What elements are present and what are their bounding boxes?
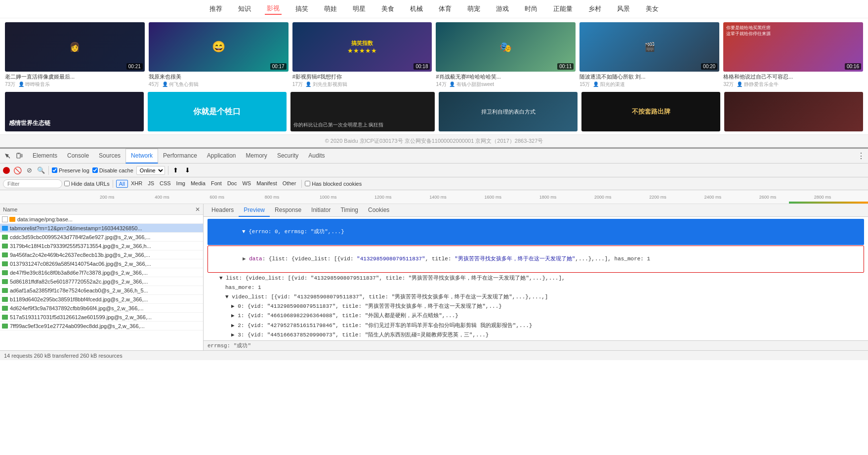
devtools-tab-memory[interactable]: Memory xyxy=(241,149,272,164)
nav-item-影视[interactable]: 影视 xyxy=(265,3,282,15)
throttle-select[interactable]: Online xyxy=(136,166,165,175)
nav-item-搞笑[interactable]: 搞笑 xyxy=(293,3,310,14)
request-item[interactable]: 3179b4c18f41cb79339f255f53713554.jpg@s_2… xyxy=(0,242,203,250)
import-icon[interactable]: ⬆ xyxy=(171,166,180,175)
page-footer: © 2020 Baidu 京ICP证030173号 京公网安备110000020… xyxy=(0,134,868,148)
video-card-1[interactable]: 😄 00:17 我原来也很美 45万 👤 何飞鱼心剪辑 xyxy=(149,22,289,88)
hide-data-urls-label[interactable]: Hide data URLs xyxy=(64,181,110,187)
has-blocked-label[interactable]: Has blocked cookies xyxy=(305,181,362,187)
filter-btn-font[interactable]: Font xyxy=(208,180,224,188)
disable-cache-checkbox[interactable] xyxy=(92,167,98,173)
filter-btn-img[interactable]: Img xyxy=(174,180,188,188)
json-data-row[interactable]: ▶ data: {list: {video_list: [{vid: "4132… xyxy=(207,246,864,273)
video-card-0[interactable]: 👩 00:21 老二婵一直活得像虞姬最后... 73万 👤 哗哗噪音乐 xyxy=(5,22,145,88)
json-line[interactable]: ▼ video_list: [{vid: "413298590807951183… xyxy=(207,292,864,302)
nav-item-萌宠[interactable]: 萌宠 xyxy=(465,3,482,14)
requests-list: data:image/png:base...tabmorelist?rn=12&… xyxy=(0,215,203,350)
nav-item-体育[interactable]: 体育 xyxy=(437,3,454,14)
preview-tab-timing[interactable]: Timing xyxy=(335,204,363,217)
filter-btn-media[interactable]: Media xyxy=(188,180,208,188)
video-card-4[interactable]: 🎬 00:20 随波逐流不如随心所欲 刘... 15万 👤 阳光的渠道 xyxy=(579,22,719,88)
request-item[interactable]: tabmorelist?rn=12&pn=2&timestamp=1603443… xyxy=(0,224,203,233)
request-name: 4d624ef9f3c9a78437892cfbb9b66f4.jpg@s_2,… xyxy=(10,305,201,311)
devtools-more-icon[interactable]: ⋮ xyxy=(856,151,866,161)
devtools-tab-security[interactable]: Security xyxy=(272,149,303,164)
video-card2-1[interactable]: 你就是个牲口 xyxy=(148,92,287,131)
filter-icon[interactable]: ⊘ xyxy=(25,166,34,175)
disable-cache-label[interactable]: Disable cache xyxy=(92,167,133,173)
video-meta-0: 73万 👤 哗哗噪音乐 xyxy=(5,81,145,88)
nav-item-明星[interactable]: 明星 xyxy=(351,3,368,14)
nav-item-知识[interactable]: 知识 xyxy=(236,3,253,14)
request-item[interactable]: 9a456fac2c42e469b4c2637ec8ecb13b.jpg@s_2… xyxy=(0,250,203,259)
devtools-tab-sources[interactable]: Sources xyxy=(94,149,125,164)
nav-item-萌娃[interactable]: 萌娃 xyxy=(322,3,339,14)
filter-btn-js[interactable]: JS xyxy=(145,180,157,188)
json-line: has_more: 1 xyxy=(207,283,864,292)
nav-item-美食[interactable]: 美食 xyxy=(379,3,396,14)
devtools-tab-elements[interactable]: Elements xyxy=(28,149,62,164)
preserve-log-label[interactable]: Preserve log xyxy=(52,167,89,173)
filter-btn-manifest[interactable]: Manifest xyxy=(254,180,280,188)
request-item[interactable]: 4d624ef9f3c9a78437892cfbb9b66f4.jpg@s_2,… xyxy=(0,304,203,313)
video-card-3[interactable]: 🎭 00:11 #肖战藐无赛#哈哈哈哈笑... 14万 👤 有钱小甜甜sweet xyxy=(436,22,576,88)
json-line[interactable]: ▶ 3: {vid: "4451666378520990073", title:… xyxy=(207,331,864,340)
request-item[interactable]: 517a5193117031f5d3126612ae601599.jpg@s_2… xyxy=(0,313,203,322)
close-panel-btn[interactable]: ✕ xyxy=(195,206,200,213)
nav-item-美女[interactable]: 美女 xyxy=(644,3,661,14)
filter-btn-ws[interactable]: WS xyxy=(240,180,253,188)
request-item[interactable]: 0137931247c08269a585f4140754ac06.jpg@s_2… xyxy=(0,259,203,268)
video-card2-3[interactable]: 捍卫利自理的表白方式 xyxy=(439,92,578,131)
export-icon[interactable]: ⬇ xyxy=(183,166,192,175)
request-item[interactable]: cddc3d59cbc00995243d7784f2a6e927.jpg@s_2… xyxy=(0,233,203,242)
search-icon[interactable]: 🔍 xyxy=(37,166,45,175)
filter-input[interactable] xyxy=(3,179,62,188)
nav-item-时尚[interactable]: 时尚 xyxy=(523,3,539,14)
has-blocked-checkbox[interactable] xyxy=(305,181,310,186)
request-item[interactable]: de47f9e39c816c8f0b3a8d6e7f7c3878.jpg@s_2… xyxy=(0,268,203,277)
preview-tab-response[interactable]: Response xyxy=(270,204,306,217)
filter-btn-other[interactable]: Other xyxy=(280,180,299,188)
filter-btn-doc[interactable]: Doc xyxy=(225,180,240,188)
devtools-tab-performance[interactable]: Performance xyxy=(158,149,202,164)
video-card2-2[interactable]: 你的科比让自己第一次全明星意上 疯狂指 xyxy=(290,92,435,131)
json-line[interactable]: ▶ 1: {vid: "4661068982296364088", title:… xyxy=(207,311,864,321)
record-button[interactable] xyxy=(3,167,10,174)
nav-item-风景[interactable]: 风景 xyxy=(615,3,632,14)
json-line[interactable]: ▼ list: {video_list: [{vid: "41329859080… xyxy=(207,274,864,283)
video-card2-5[interactable] xyxy=(724,92,863,131)
nav-item-游戏[interactable]: 游戏 xyxy=(494,3,511,14)
filter-btn-all[interactable]: All xyxy=(116,180,128,188)
nav-item-正能量[interactable]: 正能量 xyxy=(551,3,575,14)
video-card2-4[interactable]: 不按套路出牌 xyxy=(581,92,720,131)
json-line[interactable]: ▶ 2: {vid: "4279527851615179846", title:… xyxy=(207,321,864,331)
video-card2-0[interactable]: 感情世界生态链 xyxy=(5,92,144,131)
devtools-icon-inspect[interactable] xyxy=(2,151,13,162)
preview-tab-headers[interactable]: Headers xyxy=(207,204,239,217)
devtools-tab-audits[interactable]: Audits xyxy=(303,149,330,164)
preview-tab-preview[interactable]: Preview xyxy=(239,204,270,217)
devtools-tab-application[interactable]: Application xyxy=(202,149,241,164)
request-item[interactable]: ad6af1a5a2385f9f1c78e7524c6eacb0@s_2,w_3… xyxy=(0,286,203,295)
filter-btn-xhr[interactable]: XHR xyxy=(128,180,145,188)
preview-tab-initiator[interactable]: Initiator xyxy=(306,204,335,217)
filter-btn-css[interactable]: CSS xyxy=(157,180,173,188)
devtools-tab-network[interactable]: Network xyxy=(125,149,158,164)
request-item[interactable]: b1189d6402e295bc38591f8bbf4fcedd.jpg@s_2… xyxy=(0,295,203,304)
json-line[interactable]: ▶ 0: {vid: "4132985908079511837", title:… xyxy=(207,302,864,311)
preview-tab-cookies[interactable]: Cookies xyxy=(363,204,394,217)
nav-item-乡村[interactable]: 乡村 xyxy=(586,3,603,14)
devtools-tab-console[interactable]: Console xyxy=(62,149,94,164)
clear-button[interactable]: 🚫 xyxy=(13,166,22,175)
devtools-icon-device[interactable] xyxy=(14,151,25,162)
video-title-1: 我原来也很美 xyxy=(149,73,289,81)
request-item[interactable]: data:image/png:base... xyxy=(0,215,203,224)
video-card-2[interactable]: 搞笑指数 ★★★★★ 00:18 #影视剪辑#我想打你 17万 👤 刘先生影视剪… xyxy=(292,22,432,88)
request-item[interactable]: 5d86181ffdfa82c5e601877720552a2c.jpg@s_2… xyxy=(0,277,203,286)
video-card-5[interactable]: 你要是能给地买黑疙瘩这辈子就给你停往来源 00:16 格格和他说过自己不可容忍.… xyxy=(723,22,863,88)
nav-item-推荐[interactable]: 推荐 xyxy=(207,3,224,14)
nav-item-机械[interactable]: 机械 xyxy=(408,3,425,14)
request-item[interactable]: 7ff99ac9ef3ce91e27724ab099ec8dd.jpg@s_2,… xyxy=(0,322,203,331)
preserve-log-checkbox[interactable] xyxy=(52,167,57,173)
hide-data-urls-checkbox[interactable] xyxy=(64,181,70,186)
